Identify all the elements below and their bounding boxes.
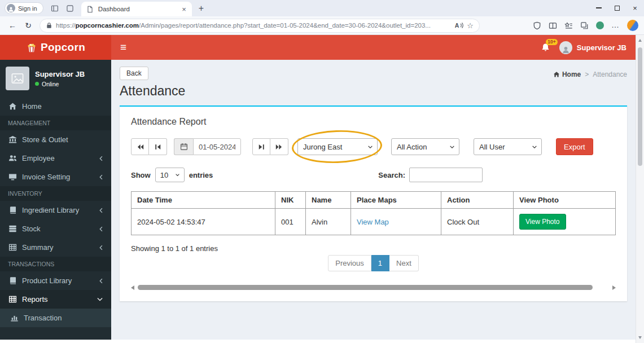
- sidebar-toggle-button[interactable]: ≡: [111, 41, 135, 54]
- view-map-link[interactable]: View Map: [357, 218, 389, 226]
- lock-icon[interactable]: [46, 22, 52, 29]
- favorite-star-icon[interactable]: ☆: [467, 21, 474, 30]
- show-label: Show: [131, 171, 151, 179]
- stack-icon: [8, 225, 17, 233]
- sidebar-item-summary[interactable]: Summary: [0, 238, 111, 257]
- breadcrumb: Home > Attendance: [553, 71, 627, 78]
- scroll-up-arrow[interactable]: [638, 39, 642, 42]
- url-text: https://popcorncashier.com/Admin/pages/r…: [56, 22, 452, 29]
- user-select[interactable]: All User: [474, 138, 542, 155]
- step-backward-button[interactable]: [149, 138, 167, 155]
- collections-icon[interactable]: [580, 21, 589, 30]
- browser-essentials-icon[interactable]: [533, 21, 541, 30]
- favorites-icon[interactable]: [564, 21, 573, 30]
- step-backward-icon: [154, 144, 161, 150]
- outlet-select[interactable]: Jurong East: [297, 138, 378, 155]
- url-bar[interactable]: https://popcorncashier.com/Admin/pages/r…: [40, 19, 480, 33]
- signin-label: Sign in: [18, 5, 37, 12]
- search-input[interactable]: [409, 168, 483, 182]
- breadcrumb-home-link[interactable]: Home: [553, 71, 581, 78]
- fast-backward-button[interactable]: [131, 138, 149, 155]
- sidebar-section-management: MANAGEMENT: [0, 116, 111, 130]
- read-aloud-icon[interactable]: A: [455, 22, 464, 29]
- table-info: Showing 1 to 1 of 1 entries: [131, 244, 616, 253]
- browser-address-bar: ← ↻ https://popcorncashier.com/Admin/pag…: [0, 16, 644, 35]
- browser-chrome: Sign in Dashboard × + × ← ↻ https://popc…: [0, 0, 644, 35]
- browser-back-button[interactable]: ←: [6, 21, 19, 30]
- split-screen-icon[interactable]: [549, 21, 557, 30]
- browser-tab-dashboard[interactable]: Dashboard ×: [81, 2, 192, 16]
- sidebar-item-reports[interactable]: Reports: [0, 290, 111, 309]
- browser-signin-button[interactable]: Sign in: [5, 2, 43, 14]
- browser-toolbar-icons: …: [533, 20, 638, 31]
- sidebar: Supervisor JB Online Home MANAGEMENT Sto…: [0, 60, 111, 340]
- sidebar-item-ingredient-library[interactable]: Ingredient Library: [0, 201, 111, 219]
- back-button[interactable]: Back: [120, 67, 148, 80]
- fast-forward-button[interactable]: [270, 138, 288, 155]
- horizontal-scrollbar-thumb[interactable]: [138, 285, 593, 290]
- tab-actions-icon[interactable]: [51, 5, 59, 12]
- user-avatar-icon: [559, 41, 572, 54]
- horizontal-scrollbar[interactable]: [131, 285, 616, 290]
- notifications-button[interactable]: 10+: [541, 43, 550, 52]
- chevron-left-icon: [99, 226, 103, 232]
- vertical-scrollbar-thumb[interactable]: [638, 47, 642, 166]
- report-title: Attendance Report: [131, 117, 616, 127]
- brand-logo[interactable]: Popcorn: [0, 35, 111, 60]
- scroll-left-arrow[interactable]: [131, 285, 134, 290]
- page-title: Attendance: [120, 83, 627, 99]
- pagination: Previous 1 Next: [131, 255, 616, 271]
- report-toolbar: Jurong East All Action All User Export: [131, 138, 616, 155]
- col-name: Name: [306, 192, 351, 209]
- chevron-left-icon: [99, 207, 103, 214]
- home-icon: [553, 71, 560, 78]
- cell-nik: 001: [275, 209, 306, 235]
- tab-close-icon[interactable]: ×: [179, 5, 189, 14]
- settings-more-icon[interactable]: …: [611, 24, 620, 27]
- sidebar-item-home[interactable]: Home: [0, 97, 111, 116]
- cell-name: Alvin: [306, 209, 351, 235]
- entries-per-page-select[interactable]: 10: [155, 168, 185, 182]
- sidebar-item-invoice-setting[interactable]: Invoice Setting: [0, 168, 111, 186]
- window-close-button[interactable]: ×: [626, 0, 644, 16]
- sidebar-item-product-library[interactable]: Product Library: [0, 271, 111, 290]
- attendance-table: Date Time NIK Name Place Maps Action Vie…: [131, 191, 616, 235]
- online-status-dot: [35, 82, 39, 86]
- scroll-right-arrow[interactable]: [612, 285, 616, 290]
- pagination-previous[interactable]: Previous: [328, 255, 371, 271]
- workspaces-icon[interactable]: [66, 5, 74, 12]
- sidebar-item-store-outlet[interactable]: Store & Outlet: [0, 130, 111, 149]
- attendance-report-card: Attendance Report Jurong East: [120, 105, 627, 301]
- user-menu[interactable]: Supervisor JB: [559, 41, 627, 54]
- browser-profile-avatar[interactable]: [627, 20, 638, 31]
- window-maximize-button[interactable]: [608, 0, 626, 16]
- pagination-next[interactable]: Next: [389, 255, 419, 271]
- app-window: Popcorn ≡ 10+ Supervisor JB Supervisor J…: [0, 35, 636, 340]
- brand-name: Popcorn: [41, 41, 85, 54]
- header-user-name: Supervisor JB: [577, 43, 627, 52]
- sidebar-item-employee[interactable]: Employee: [0, 149, 111, 168]
- col-place-maps: Place Maps: [351, 192, 441, 209]
- profile-avatar-icon: [7, 4, 15, 12]
- browser-refresh-button[interactable]: ↻: [21, 21, 35, 30]
- extension-icon[interactable]: [596, 21, 604, 29]
- horizontal-scrollbar-track[interactable]: [138, 285, 609, 290]
- scroll-down-arrow[interactable]: [638, 336, 642, 339]
- book-icon: [8, 206, 17, 214]
- browser-tab-strip: Sign in Dashboard × + ×: [0, 0, 644, 16]
- sidebar-item-stock[interactable]: Stock: [0, 219, 111, 238]
- vertical-scrollbar[interactable]: [636, 35, 644, 343]
- calendar-button[interactable]: [174, 138, 193, 155]
- pagination-page-1[interactable]: 1: [371, 255, 389, 271]
- view-photo-button[interactable]: View Photo: [519, 214, 566, 230]
- col-view-photo: View Photo: [514, 192, 616, 209]
- action-select[interactable]: All Action: [391, 138, 459, 155]
- sidebar-item-transaction[interactable]: Transaction: [0, 309, 111, 327]
- new-tab-button[interactable]: +: [199, 4, 204, 13]
- chevron-down-icon: [97, 297, 103, 302]
- book-icon: [8, 276, 17, 285]
- window-minimize-button[interactable]: [590, 0, 608, 16]
- export-button[interactable]: Export: [556, 138, 593, 155]
- step-forward-button[interactable]: [252, 138, 270, 155]
- start-date-input[interactable]: [193, 138, 241, 155]
